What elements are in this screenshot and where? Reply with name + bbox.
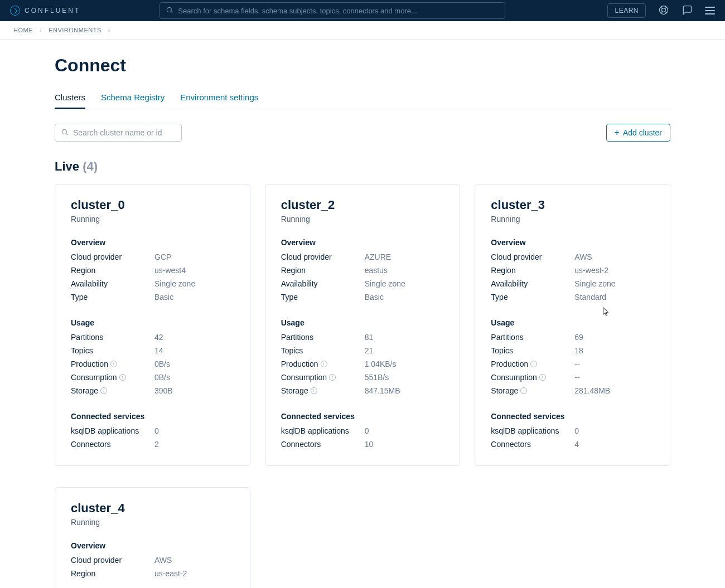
tab-schema-registry[interactable]: Schema Registry bbox=[101, 93, 165, 109]
row-value: AWS bbox=[574, 252, 592, 261]
cluster-card[interactable]: cluster_3RunningOverviewCloud providerAW… bbox=[475, 184, 670, 466]
plus-icon: + bbox=[615, 129, 620, 137]
top-nav: CONFLUENT LEARN bbox=[0, 0, 725, 21]
row-label: Production i bbox=[71, 359, 154, 368]
card-row: Consumption i551B/s bbox=[281, 371, 444, 384]
card-row: Cloud providerGCP bbox=[71, 250, 234, 264]
row-label: Storage i bbox=[71, 386, 154, 395]
card-row: TypeStandard bbox=[491, 290, 654, 304]
row-value: 0 bbox=[574, 426, 579, 435]
section-label: Live bbox=[55, 159, 79, 173]
row-value: -- bbox=[574, 373, 579, 382]
row-label: ksqlDB applications bbox=[491, 426, 574, 435]
row-label: Region bbox=[71, 266, 154, 275]
support-icon[interactable] bbox=[658, 4, 669, 17]
info-icon: i bbox=[110, 361, 117, 367]
row-value: Basic bbox=[365, 293, 384, 302]
row-value: 847.15MB bbox=[365, 386, 400, 395]
overview-heading: Overview bbox=[491, 238, 654, 247]
global-search-box[interactable] bbox=[160, 2, 505, 19]
row-label: Topics bbox=[71, 346, 154, 355]
card-usage: UsagePartitions81Topics21Production i1.0… bbox=[281, 318, 444, 397]
section-count: (4) bbox=[83, 159, 98, 173]
row-label: Connectors bbox=[491, 440, 574, 449]
row-label: Connectors bbox=[71, 440, 154, 449]
cluster-cards-row-2: cluster_4RunningOverviewCloud providerAW… bbox=[55, 487, 670, 588]
connected-heading: Connected services bbox=[281, 412, 444, 421]
breadcrumb-environments[interactable]: ENVIRONMENTS bbox=[49, 27, 102, 33]
row-value: us-west-2 bbox=[574, 266, 608, 275]
card-row: ksqlDB applications0 bbox=[281, 424, 444, 438]
global-search-input[interactable] bbox=[178, 7, 499, 15]
card-usage: UsagePartitions69Topics18Production i--C… bbox=[491, 318, 654, 397]
row-value: 281.48MB bbox=[574, 386, 610, 395]
card-row: Cloud providerAWS bbox=[71, 553, 234, 567]
cluster-search-box[interactable] bbox=[55, 124, 182, 142]
cluster-card[interactable]: cluster_4RunningOverviewCloud providerAW… bbox=[55, 487, 250, 588]
row-value: 0 bbox=[365, 426, 369, 435]
page-title: Connect bbox=[55, 55, 670, 76]
card-row: Partitions69 bbox=[491, 331, 654, 344]
info-icon: i bbox=[530, 361, 537, 367]
svg-line-5 bbox=[665, 7, 667, 8]
row-value: 0B/s bbox=[154, 359, 170, 368]
svg-point-0 bbox=[167, 7, 172, 12]
row-label: Connectors bbox=[281, 440, 365, 449]
card-row: Connectors2 bbox=[71, 438, 234, 451]
tab-clusters[interactable]: Clusters bbox=[55, 93, 85, 109]
live-section-heading: Live (4) bbox=[55, 159, 670, 174]
card-row: Consumption i-- bbox=[491, 371, 654, 384]
learn-button[interactable]: LEARN bbox=[607, 3, 646, 18]
card-overview: OverviewCloud providerGCPRegionus-west4A… bbox=[71, 238, 234, 304]
brand-logo[interactable]: CONFLUENT bbox=[10, 6, 80, 16]
svg-line-9 bbox=[66, 133, 68, 135]
tab-environment-settings[interactable]: Environment settings bbox=[180, 93, 258, 109]
overview-heading: Overview bbox=[281, 238, 444, 247]
row-value: 42 bbox=[154, 333, 163, 342]
card-connected: Connected servicesksqlDB applications0Co… bbox=[71, 412, 234, 451]
chat-icon[interactable] bbox=[682, 4, 693, 17]
row-value: Basic bbox=[154, 293, 173, 302]
row-value: AWS bbox=[154, 556, 172, 565]
info-icon: i bbox=[311, 387, 317, 394]
chevron-right-icon: › bbox=[108, 27, 110, 33]
brand-mark-icon bbox=[10, 6, 20, 16]
row-value: 0B/s bbox=[154, 373, 170, 382]
cluster-search-input[interactable] bbox=[73, 128, 176, 137]
cluster-card[interactable]: cluster_0RunningOverviewCloud providerGC… bbox=[55, 184, 250, 466]
card-usage: UsagePartitions42Topics14Production i0B/… bbox=[71, 318, 234, 397]
card-row: ksqlDB applications0 bbox=[71, 424, 234, 438]
breadcrumb-home[interactable]: HOME bbox=[13, 27, 33, 33]
menu-icon[interactable] bbox=[705, 7, 715, 14]
card-row: Storage i390B bbox=[71, 384, 234, 397]
connected-heading: Connected services bbox=[491, 412, 654, 421]
card-row: Cloud providerAZURE bbox=[281, 250, 444, 264]
cluster-name: cluster_4 bbox=[71, 501, 234, 516]
row-value: 4 bbox=[574, 440, 579, 449]
row-value: 10 bbox=[365, 440, 374, 449]
row-label: Consumption i bbox=[281, 373, 365, 382]
row-label: Availability bbox=[281, 279, 365, 288]
row-label: Type bbox=[71, 293, 154, 302]
row-value: 1.04KB/s bbox=[365, 359, 397, 368]
add-cluster-button[interactable]: + Add cluster bbox=[606, 124, 670, 142]
usage-heading: Usage bbox=[71, 318, 234, 327]
row-label: ksqlDB applications bbox=[71, 426, 154, 435]
card-overview: OverviewCloud providerAWSRegionus-west-2… bbox=[491, 238, 654, 304]
card-row: Regionus-east-2 bbox=[71, 567, 234, 580]
row-label: Consumption i bbox=[491, 373, 574, 382]
row-label: Cloud provider bbox=[71, 556, 154, 565]
row-label: Type bbox=[491, 293, 574, 302]
row-value: us-west4 bbox=[154, 266, 186, 275]
card-row: AvailabilitySingle zone bbox=[281, 277, 444, 290]
card-row: Topics18 bbox=[491, 344, 654, 357]
row-label: Availability bbox=[491, 279, 574, 288]
search-icon bbox=[166, 6, 173, 16]
row-value: 81 bbox=[365, 333, 374, 342]
row-label: Production i bbox=[281, 359, 365, 368]
cluster-status: Running bbox=[281, 215, 444, 223]
svg-line-4 bbox=[660, 7, 662, 8]
row-label: Cloud provider bbox=[491, 252, 574, 261]
overview-heading: Overview bbox=[71, 238, 234, 247]
cluster-card[interactable]: cluster_2RunningOverviewCloud providerAZ… bbox=[265, 184, 461, 466]
